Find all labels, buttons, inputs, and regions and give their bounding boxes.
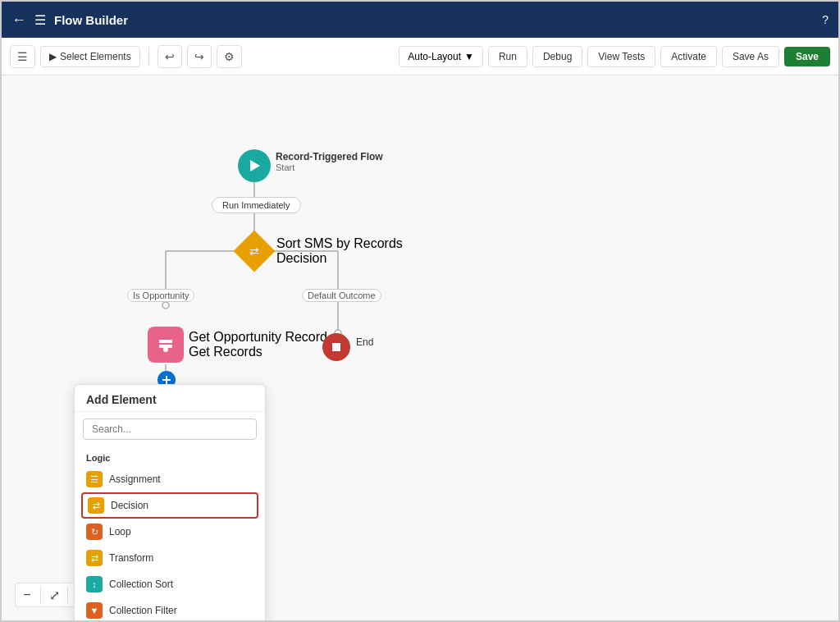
add-element-title: Add Element: [75, 385, 265, 412]
loop-label: Loop: [109, 526, 131, 537]
select-elements-button[interactable]: ▶ Select Elements: [40, 46, 140, 67]
element-item-transform[interactable]: ⇄ Transform: [75, 545, 265, 571]
save-button[interactable]: Save: [784, 47, 830, 66]
app-title: Flow Builder: [54, 13, 814, 27]
toolbar: ☰ ▶ Select Elements ↩ ↪ ⚙ Auto-Layout ▼ …: [2, 38, 838, 75]
svg-point-4: [162, 302, 169, 309]
decision-label: Decision: [111, 500, 148, 511]
element-item-collection-filter[interactable]: ▼ Collection Filter: [75, 597, 265, 620]
transform-icon: ⇄: [86, 550, 103, 566]
start-node[interactable]: [238, 149, 271, 182]
app-frame: ← ☰ Flow Builder ? ☰ ▶ Select Elements ↩…: [0, 0, 840, 622]
toolbar-separator: [148, 47, 149, 66]
run-immediately-connector[interactable]: Run Immediately: [212, 197, 301, 213]
collection-sort-icon: ↕: [86, 576, 103, 592]
element-list-scroll[interactable]: Logic ☰ Assignment ⇄ Decision ↻ Loop: [75, 446, 265, 620]
decision-node-label: Sort SMS by Records Decision: [276, 236, 403, 266]
select-elements-icon: ▶: [49, 51, 57, 62]
get-records-node[interactable]: [148, 327, 184, 363]
zoom-out-button[interactable]: −: [16, 583, 39, 606]
decision-icon: ⇄: [249, 245, 259, 258]
redo-button[interactable]: ↪: [187, 45, 212, 68]
zoom-fit-button[interactable]: ⤢: [43, 583, 66, 606]
decision-node[interactable]: ⇄: [234, 231, 276, 272]
transform-label: Transform: [109, 552, 153, 564]
element-item-decision[interactable]: ⇄ Decision: [81, 492, 258, 519]
toolbar-right: Auto-Layout ▼ Run Debug View Tests Activ…: [399, 46, 830, 67]
assignment-icon: ☰: [86, 471, 103, 487]
back-button[interactable]: ←: [11, 11, 26, 29]
search-container: [75, 412, 265, 446]
help-button[interactable]: ?: [822, 13, 829, 26]
undo-button[interactable]: ↩: [158, 45, 182, 68]
save-as-button[interactable]: Save As: [722, 46, 779, 67]
search-input[interactable]: [83, 418, 257, 440]
svg-marker-10: [250, 160, 260, 172]
canvas: Record-Triggered Flow Start Run Immediat…: [2, 75, 838, 620]
collection-sort-label: Collection Sort: [109, 579, 173, 590]
is-opportunity-label: Is Opportunity: [127, 289, 194, 302]
svg-rect-11: [159, 340, 172, 343]
flow-icon: ☰: [34, 12, 46, 28]
sidebar-toggle-button[interactable]: ☰: [10, 45, 35, 68]
element-item-assignment[interactable]: ☰ Assignment: [75, 466, 265, 492]
element-item-loop[interactable]: ↻ Loop: [75, 519, 265, 545]
svg-rect-14: [332, 343, 340, 351]
assignment-label: Assignment: [109, 473, 161, 485]
decision-element-icon: ⇄: [88, 497, 104, 514]
loop-icon: ↻: [86, 524, 103, 540]
svg-point-13: [163, 347, 168, 352]
debug-button[interactable]: Debug: [532, 46, 582, 67]
zoom-separator: [40, 587, 41, 603]
collection-filter-icon: ▼: [86, 602, 103, 619]
settings-button[interactable]: ⚙: [217, 45, 242, 68]
auto-layout-button[interactable]: Auto-Layout ▼: [399, 46, 483, 67]
start-node-label: Record-Triggered Flow Start: [276, 151, 383, 172]
end-node-right[interactable]: [322, 333, 350, 361]
chevron-down-icon: ▼: [464, 51, 474, 62]
view-tests-button[interactable]: View Tests: [587, 46, 655, 67]
element-item-collection-sort[interactable]: ↕ Collection Sort: [75, 571, 265, 597]
get-records-label: Get Opportunity Record Get Records: [189, 330, 327, 359]
run-button[interactable]: Run: [488, 46, 527, 67]
zoom-separator-2: [67, 587, 68, 603]
end-node-right-label: End: [356, 336, 373, 348]
collection-filter-label: Collection Filter: [109, 605, 177, 616]
activate-button[interactable]: Activate: [660, 46, 717, 67]
logic-section-label: Logic: [75, 446, 265, 466]
header: ← ☰ Flow Builder ?: [2, 2, 838, 38]
default-outcome-label: Default Outcome: [302, 289, 381, 302]
add-element-panel: Add Element Logic ☰ Assignment ⇄ Decisio…: [74, 384, 266, 620]
